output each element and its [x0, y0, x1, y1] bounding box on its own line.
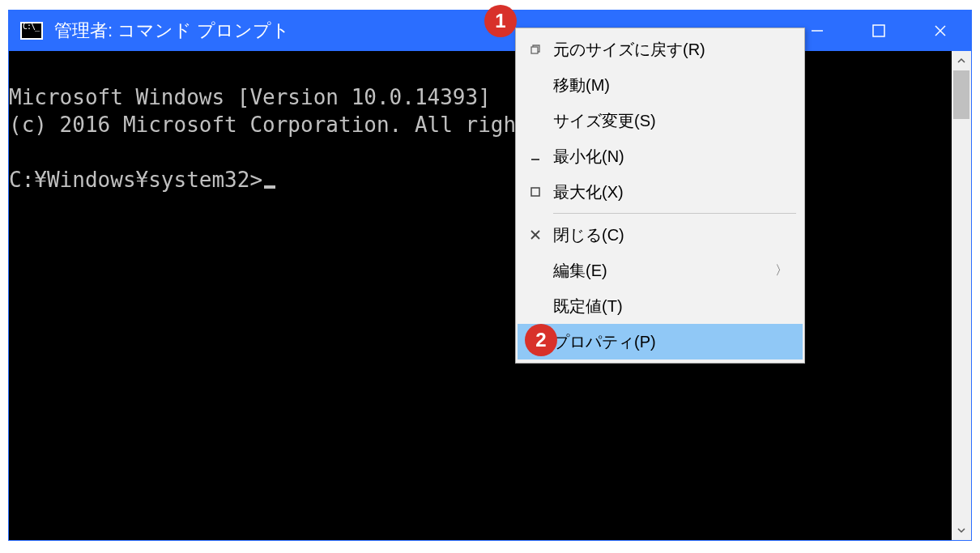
menu-label: プロパティ(P) — [553, 331, 788, 353]
callout-badge-1: 1 — [484, 5, 517, 37]
svg-rect-1 — [873, 25, 884, 36]
menu-item-defaults[interactable]: 既定値(T) — [518, 288, 803, 324]
maximize-icon — [518, 185, 553, 198]
menu-label: 編集(E) — [553, 260, 775, 282]
system-context-menu: 元のサイズに戻す(R) 移動(M) サイズ変更(S) 最小化(N) 最大化(X)… — [515, 28, 805, 364]
menu-label: 元のサイズに戻す(R) — [553, 39, 788, 61]
menu-label: 最小化(N) — [553, 146, 788, 168]
scrollbar-thumb[interactable] — [953, 70, 969, 119]
minimize-icon — [518, 150, 553, 163]
scrollbar-track[interactable] — [952, 70, 971, 521]
menu-label: 閉じる(C) — [553, 224, 788, 246]
menu-label: 既定値(T) — [553, 296, 788, 317]
svg-rect-6 — [531, 188, 539, 196]
menu-label: サイズ変更(S) — [553, 110, 788, 132]
vertical-scrollbar[interactable] — [952, 51, 971, 540]
menu-separator — [553, 213, 796, 214]
close-icon — [518, 228, 553, 241]
cmd-app-icon[interactable] — [20, 22, 43, 40]
menu-label: 移動(M) — [553, 74, 788, 96]
menu-item-move[interactable]: 移動(M) — [518, 67, 803, 103]
menu-item-minimize[interactable]: 最小化(N) — [518, 138, 803, 174]
client-area: Microsoft Windows [Version 10.0.14393] (… — [9, 51, 971, 540]
submenu-arrow-icon: 〉 — [775, 262, 788, 279]
terminal-prompt: C:¥Windows¥system32> — [9, 168, 262, 192]
restore-icon — [518, 43, 553, 56]
svg-rect-4 — [531, 47, 538, 53]
menu-item-properties[interactable]: プロパティ(P) — [518, 324, 803, 359]
close-button[interactable] — [910, 11, 971, 51]
window-controls — [786, 11, 971, 51]
menu-item-edit[interactable]: 編集(E) 〉 — [518, 253, 803, 288]
menu-item-close[interactable]: 閉じる(C) — [518, 217, 803, 253]
terminal-cursor — [264, 185, 275, 189]
menu-item-restore[interactable]: 元のサイズに戻す(R) — [518, 32, 803, 67]
callout-badge-2: 2 — [525, 324, 557, 356]
menu-item-size[interactable]: サイズ変更(S) — [518, 103, 803, 138]
terminal-output[interactable]: Microsoft Windows [Version 10.0.14393] (… — [9, 51, 952, 540]
command-prompt-window: 管理者: コマンド プロンプト Microsoft Windows [Versi… — [8, 10, 972, 541]
scroll-down-button[interactable] — [952, 521, 971, 540]
menu-item-maximize[interactable]: 最大化(X) — [518, 174, 803, 210]
menu-label: 最大化(X) — [553, 181, 788, 203]
terminal-line: Microsoft Windows [Version 10.0.14393] — [9, 85, 491, 109]
maximize-button[interactable] — [848, 11, 910, 51]
scroll-up-button[interactable] — [952, 51, 971, 70]
